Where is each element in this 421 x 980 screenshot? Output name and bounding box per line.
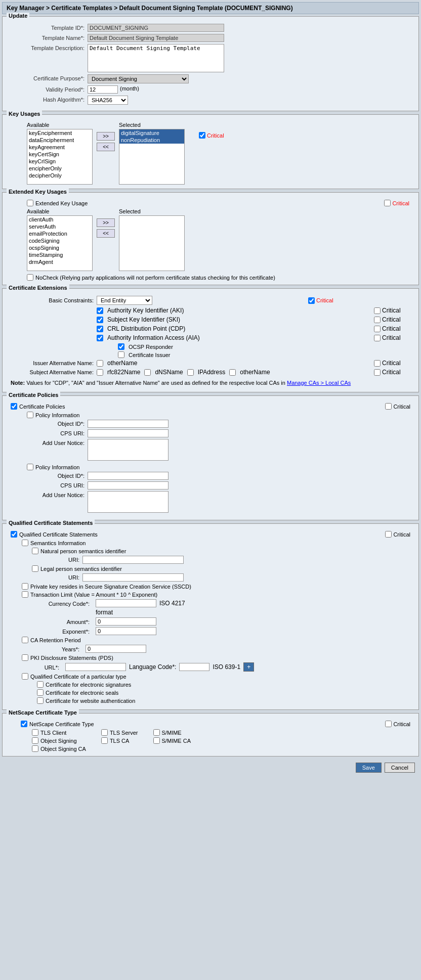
exponent-input[interactable] [96, 627, 156, 635]
netscape-critical-checkbox[interactable] [385, 721, 392, 727]
legal-uri-input[interactable] [82, 573, 184, 582]
manage-cas-link[interactable]: Manage CAs > Local CAs [287, 380, 351, 386]
semantics-checkbox[interactable] [22, 540, 28, 546]
ski-critical-checkbox[interactable] [374, 317, 381, 323]
cdp-critical-label: Critical [382, 325, 401, 332]
cancel-button[interactable]: Cancel [385, 763, 415, 773]
eku-critical-checkbox[interactable] [384, 200, 391, 206]
san-other-checkbox[interactable] [229, 369, 236, 376]
remove-arrow-button[interactable]: << [97, 143, 115, 151]
basic-constraints-select[interactable]: End Entity CA [97, 296, 152, 305]
transaction-checkbox[interactable] [22, 591, 28, 598]
pki-lang-input[interactable] [179, 663, 209, 671]
basic-constraints-critical-checkbox[interactable] [308, 297, 315, 304]
list-item[interactable]: keyCrlSign [27, 158, 92, 165]
issuer-alt-critical-checkbox[interactable] [374, 360, 381, 367]
eku-selected-list[interactable] [119, 215, 185, 271]
add-user-notice-2-textarea[interactable] [88, 491, 169, 513]
natural-person-checkbox[interactable] [32, 548, 38, 554]
list-item[interactable]: codeSigning [27, 237, 92, 244]
validity-period-input[interactable] [88, 85, 118, 94]
currency-code-input[interactable] [96, 599, 156, 607]
qc-web-checkbox[interactable] [37, 697, 44, 704]
key-usages-critical-checkbox[interactable] [199, 132, 205, 139]
obj-signing-checkbox[interactable] [32, 737, 38, 744]
pki-add-button[interactable]: + [243, 662, 254, 672]
ocsp-checkbox[interactable] [118, 343, 124, 350]
cdp-critical-checkbox[interactable] [374, 326, 381, 332]
selected-list[interactable]: digitalSignature nonRepudiation [119, 129, 185, 185]
tls-ca-checkbox[interactable] [101, 737, 108, 744]
policy-info-2-checkbox[interactable] [27, 464, 33, 470]
list-item[interactable]: digitalSignature [119, 129, 184, 137]
list-item[interactable]: ocspSigning [27, 244, 92, 251]
list-item[interactable]: dataEncipherment [27, 137, 92, 144]
hash-algo-select[interactable]: SHA256 SHA384 SHA512 [88, 96, 128, 105]
smime-ca-checkbox[interactable] [153, 737, 160, 744]
qc-esig-checkbox[interactable] [37, 681, 44, 688]
cert-issuer-checkbox[interactable] [118, 351, 124, 358]
pki-disclosure-checkbox[interactable] [22, 654, 28, 661]
template-id-input[interactable] [88, 24, 224, 32]
list-item[interactable]: nonRepudiation [119, 137, 184, 144]
list-item[interactable]: encipherOnly [27, 165, 92, 172]
list-item[interactable]: emailProtection [27, 230, 92, 237]
smime-checkbox[interactable] [153, 729, 160, 736]
list-item[interactable]: serverAuth [27, 223, 92, 230]
cps-uri-2-input[interactable] [88, 481, 169, 489]
template-desc-textarea[interactable]: Default Document Signing Template [88, 44, 224, 72]
obj-signing-ca-checkbox[interactable] [32, 745, 38, 752]
ski-checkbox[interactable] [97, 317, 103, 323]
san-ip-checkbox[interactable] [187, 369, 194, 376]
san-rfc822-checkbox[interactable] [97, 369, 103, 376]
eku-available-list[interactable]: clientAuth serverAuth emailProtection co… [27, 215, 93, 271]
add-user-notice-1-textarea[interactable] [88, 439, 169, 461]
qcs-checkbox[interactable] [11, 531, 17, 538]
netscape-checkbox[interactable] [21, 721, 27, 727]
object-id-2-input[interactable] [88, 472, 169, 480]
sscd-checkbox[interactable] [22, 583, 28, 590]
list-item[interactable]: keyAgreement [27, 144, 92, 151]
template-name-input[interactable] [88, 34, 224, 42]
ca-retention-checkbox[interactable] [22, 637, 28, 643]
list-item[interactable]: clientAuth [27, 216, 92, 223]
natural-uri-input[interactable] [82, 556, 184, 564]
aia-checkbox[interactable] [97, 335, 103, 341]
issuer-othername-checkbox[interactable] [97, 360, 103, 367]
ca-retention-label: CA Retention Period [30, 637, 81, 643]
cdp-checkbox[interactable] [97, 326, 103, 332]
amount-input[interactable] [96, 617, 156, 626]
add-user-notice-2-label: Add User Notice: [27, 491, 88, 498]
available-list[interactable]: keyEncipherment dataEncipherment keyAgre… [27, 129, 93, 185]
eku-checkbox[interactable] [27, 200, 33, 206]
tls-server-checkbox[interactable] [101, 729, 108, 736]
aki-checkbox[interactable] [97, 307, 103, 314]
san-dns-checkbox[interactable] [144, 369, 151, 376]
list-item[interactable]: decipherOnly [27, 172, 92, 179]
cert-purpose-select[interactable]: Document Signing [88, 74, 189, 83]
years-input[interactable] [86, 645, 146, 653]
list-item[interactable]: drmAgent [27, 258, 92, 265]
aki-critical-checkbox[interactable] [374, 307, 381, 314]
object-id-1-input[interactable] [88, 420, 169, 428]
san-critical-checkbox[interactable] [374, 369, 381, 376]
qcs-critical-checkbox[interactable] [385, 531, 392, 538]
tls-client-checkbox[interactable] [32, 729, 38, 736]
qc-type-checkbox[interactable] [22, 673, 28, 680]
list-item[interactable]: keyCertSign [27, 151, 92, 158]
list-item[interactable]: timeStamping [27, 251, 92, 258]
save-button[interactable]: Save [356, 763, 382, 773]
cps-uri-1-input[interactable] [88, 429, 169, 437]
add-arrow-button[interactable]: >> [97, 132, 115, 141]
legal-person-checkbox[interactable] [32, 565, 38, 572]
eku-add-button[interactable]: >> [97, 218, 115, 227]
eku-remove-button[interactable]: << [97, 229, 115, 238]
policy-info-1-checkbox[interactable] [27, 412, 33, 418]
qc-eseal-checkbox[interactable] [37, 689, 44, 696]
list-item[interactable]: keyEncipherment [27, 129, 92, 137]
aia-critical-checkbox[interactable] [374, 335, 381, 341]
pki-url-input[interactable] [65, 663, 126, 671]
cert-policies-checkbox[interactable] [11, 403, 17, 410]
nocheck-checkbox[interactable] [27, 274, 33, 281]
cert-policies-critical-checkbox[interactable] [385, 403, 392, 410]
